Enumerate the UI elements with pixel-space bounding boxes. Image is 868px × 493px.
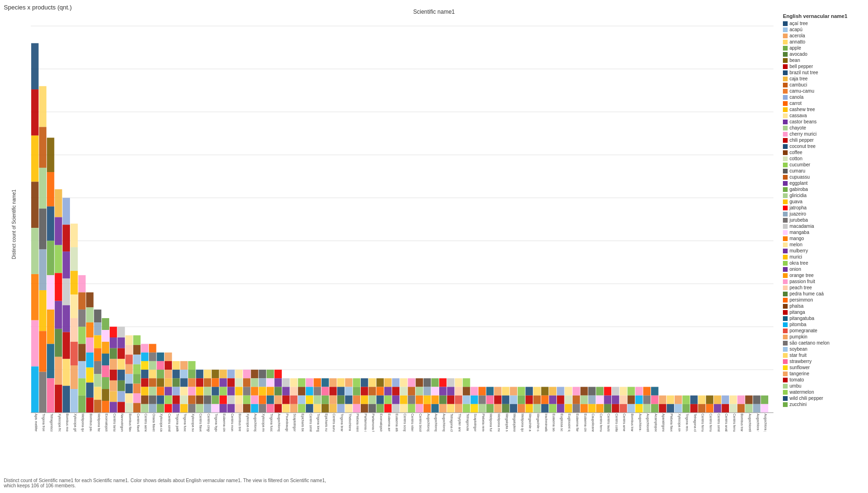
legend-label: pitangatuba: [790, 316, 814, 321]
svg-rect-282: [306, 378, 313, 387]
svg-rect-259: [267, 404, 274, 413]
svg-rect-447: [588, 387, 596, 395]
svg-rect-290: [313, 404, 321, 413]
svg-rect-385: [463, 404, 470, 413]
svg-rect-237: [243, 370, 251, 378]
legend-item: pitomba: [783, 322, 866, 327]
svg-rect-283: [306, 387, 313, 395]
legend-label: melon: [790, 242, 802, 247]
svg-rect-335: [384, 404, 392, 413]
svg-text:Bombus transaeimazo: Bombus transaeimazo: [631, 414, 634, 432]
svg-rect-54: [55, 385, 62, 413]
legend-item: apple: [783, 45, 866, 51]
svg-rect-297: [330, 378, 337, 387]
svg-rect-393: [478, 404, 486, 413]
legend-swatch: [783, 341, 788, 346]
legend-item: açaí tree: [783, 21, 866, 26]
x-axis-label: Scientific name1: [413, 9, 455, 15]
svg-rect-364: [431, 396, 439, 404]
svg-rect-378: [455, 387, 462, 395]
svg-rect-235: [235, 404, 243, 413]
svg-rect-214: [212, 378, 219, 387]
svg-rect-407: [510, 387, 517, 395]
svg-rect-131: [125, 364, 133, 374]
svg-rect-122: [118, 359, 125, 370]
legend-label: guava: [790, 199, 802, 204]
legend-item: cambuci: [783, 82, 866, 87]
legend-label: são caetano melon: [790, 340, 830, 346]
svg-rect-155: [149, 344, 156, 353]
svg-rect-469: [627, 404, 635, 413]
svg-text:Trigona fuscipennis: Trigona fuscipennis: [183, 414, 187, 432]
svg-rect-350: [408, 404, 416, 413]
svg-text:Augochlora americana: Augochlora americana: [638, 414, 642, 432]
svg-rect-222: [219, 396, 227, 404]
svg-rect-51: [55, 301, 62, 329]
svg-rect-416: [526, 396, 533, 404]
svg-rect-425: [541, 404, 549, 413]
svg-rect-92: [94, 310, 102, 322]
svg-rect-177: [165, 396, 172, 404]
svg-rect-320: [361, 404, 368, 413]
legend-label: acapú: [790, 27, 802, 32]
svg-rect-205: [196, 404, 204, 413]
legend-swatch: [783, 70, 788, 75]
svg-rect-123: [118, 370, 125, 381]
svg-rect-74: [78, 275, 86, 292]
svg-rect-141: [133, 374, 141, 383]
svg-text:Augochlorella anguista: Augochlorella anguista: [748, 414, 752, 432]
svg-text:Xylocopa ordinaria: Xylocopa ordinaria: [677, 414, 681, 432]
svg-rect-104: [102, 354, 109, 365]
svg-text:Melipona fulva: Melipona fulva: [489, 414, 493, 432]
svg-rect-25: [31, 274, 39, 320]
legend-swatch: [783, 365, 788, 370]
svg-rect-287: [313, 378, 321, 387]
svg-rect-249: [259, 370, 266, 378]
svg-rect-420: [533, 396, 541, 404]
svg-rect-501: [706, 396, 713, 404]
svg-rect-147: [141, 353, 148, 361]
legend-item: sunflower: [783, 365, 866, 370]
svg-rect-253: [259, 404, 266, 413]
svg-rect-444: [581, 396, 588, 404]
svg-text:Megachile campanurae: Megachile campanurae: [536, 414, 540, 432]
svg-text:Tetragona clavipes B: Tetragona clavipes B: [693, 414, 697, 432]
legend-label: sunflower: [790, 365, 810, 370]
svg-rect-89: [86, 382, 94, 398]
svg-text:Plebeia minima: Plebeia minima: [356, 414, 359, 432]
svg-rect-522: [761, 396, 768, 404]
legend-item: mangaba: [783, 230, 866, 235]
svg-rect-165: [157, 361, 165, 370]
svg-rect-101: [102, 318, 109, 330]
svg-text:Scaptotrigona postica: Scaptotrigona postica: [293, 414, 296, 432]
legend-item: cotton: [783, 156, 866, 161]
legend-item: gabiroba: [783, 187, 866, 192]
svg-rect-342: [400, 378, 408, 387]
legend-swatch: [783, 384, 788, 389]
svg-rect-27: [31, 366, 39, 413]
svg-rect-324: [369, 396, 376, 404]
legend-label: açaí tree: [790, 21, 808, 26]
svg-rect-492: [682, 396, 690, 404]
svg-rect-345: [400, 404, 408, 413]
legend-swatch: [783, 378, 788, 382]
svg-rect-50: [55, 273, 62, 301]
legend-item: mango: [783, 236, 866, 241]
svg-rect-396: [486, 396, 494, 404]
svg-rect-221: [219, 387, 227, 395]
svg-rect-413: [518, 404, 525, 413]
svg-text:Augochlora foxiana: Augochlora foxiana: [756, 414, 760, 432]
svg-rect-268: [282, 387, 290, 395]
svg-rect-167: [157, 378, 165, 387]
legend-item: umbu: [783, 383, 866, 389]
svg-rect-513: [738, 396, 745, 404]
legend-label: caja tree: [790, 76, 807, 81]
svg-rect-202: [196, 378, 204, 387]
svg-rect-184: [173, 396, 180, 404]
svg-text:Centris aenea: Centris aenea: [144, 414, 148, 432]
svg-rect-191: [180, 396, 188, 404]
svg-rect-192: [180, 404, 188, 413]
svg-rect-332: [384, 378, 392, 387]
svg-rect-76: [78, 310, 86, 327]
legend-item: peach tree: [783, 285, 866, 290]
